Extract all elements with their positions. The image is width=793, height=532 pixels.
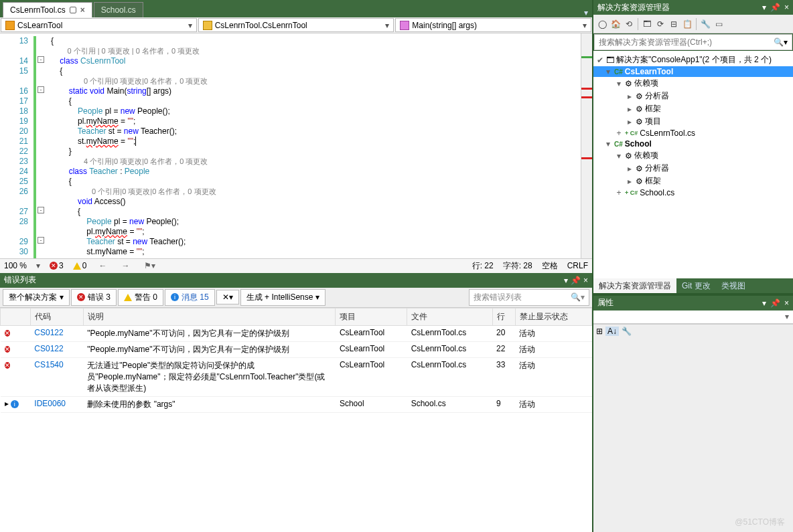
close-icon[interactable]: × [80,5,85,15]
nav-project[interactable]: CsLearnTool▾ [1,18,197,32]
error-row[interactable]: ✕CS1540无法通过"People"类型的限定符访问受保护的成员"People… [1,357,592,396]
tab-label: CsLenrnTool.cs [10,5,66,15]
errorlist-search[interactable]: 搜索错误列表🔍▾ [469,289,589,306]
error-grid[interactable]: 代码说明项目文件行禁止显示状态✕CS0122"People.myName"不可访… [0,308,592,533]
warning-count[interactable]: 0 [73,261,87,270]
vertical-scrollbar[interactable] [581,33,592,258]
search-icon: 🔍▾ [774,37,788,47]
collapse-icon[interactable]: ⊟ [668,18,680,30]
tree-node[interactable]: ▾C#CsLearnTool [593,66,793,77]
zoom-level[interactable]: 100 % [4,261,27,270]
flag-icon[interactable]: ⚑▾ [141,261,158,270]
solution-icon: 🗔 [606,56,614,65]
cursor-line: 行: 22 [472,260,494,272]
dropdown-icon[interactable]: ▾ [762,3,766,12]
panel-tab[interactable]: 解决方案资源管理器 [593,278,676,293]
errorlist-col[interactable]: 项目 [336,308,407,325]
fold-column: ---- [38,33,47,258]
eol-mode[interactable]: CRLF [567,261,588,270]
errorlist-header: 错误列表 ▾📌× [0,273,592,288]
properties-dropdown[interactable]: ▾ [593,311,793,324]
build-filter[interactable]: 生成 + IntelliSense ▾ [240,289,326,306]
error-row[interactable]: ▸ iIDE0060删除未使用的参数 "args"SchoolSchool.cs… [1,396,592,412]
tab-dropdown-icon[interactable]: ▾ [580,8,592,17]
csharp-icon [5,21,15,30]
close-icon[interactable]: × [784,298,789,308]
errorlist-col[interactable]: 禁止显示状态 [515,308,591,325]
pin-icon[interactable]: 📌 [770,298,780,308]
nav-fwd-icon[interactable]: → [119,261,132,270]
tree-node[interactable]: ++ C#CsLenrnTool.cs [593,128,793,139]
tree-node[interactable]: ++ C#School.cs [593,187,793,198]
tab-active[interactable]: CsLenrnTool.cs × [3,2,92,17]
code-editor[interactable]: 13 1415 1617181920212223242526 2728 2930… [0,33,592,258]
errorlist-col[interactable] [1,308,31,325]
properties-icon[interactable]: 🔧 [699,18,711,30]
pin-icon[interactable]: 📌 [571,276,581,285]
properties-panel: ▾ ⊞ A↓ 🔧 [593,311,793,533]
error-row[interactable]: ✕CS0122"People.myName"不可访问，因为它具有一定的保护级别C… [1,325,592,341]
scope-dropdown[interactable]: 整个解决方案 ▾ [3,289,70,306]
nav-dropdowns: CsLearnTool▾ CsLenrnTool.CsLenrnTool▾ Ma… [0,17,592,33]
back-icon[interactable]: ◯ [596,18,608,30]
dropdown-icon[interactable]: ▾ [564,276,568,285]
tab-inactive[interactable]: School.cs [94,2,143,17]
tree-node[interactable]: ▸⚙分析器 [593,162,793,175]
panel-title: 解决方案资源管理器 [597,2,670,13]
tree-node[interactable]: ▾⚙依赖项 [593,149,793,162]
indent-mode[interactable]: 空格 [542,260,558,272]
sort-icon[interactable]: A↓ [605,327,619,336]
preview-icon[interactable]: ▭ [713,18,725,30]
messages-filter[interactable]: i消息 15 [165,289,215,306]
tree-node[interactable]: ▸⚙项目 [593,115,793,128]
nav-back-icon[interactable]: ← [96,261,109,270]
class-icon [203,21,212,30]
search-icon: 🔍▾ [571,292,585,302]
cursor-col: 字符: 28 [503,260,532,272]
nav-method[interactable]: Main(string[] args)▾ [395,18,591,32]
tree-node[interactable]: ▸⚙框架 [593,175,793,187]
solution-root[interactable]: ✔🗔 解决方案"ConsoleApp1"(2 个项目，共 2 个) [593,54,793,66]
file-tabs: CsLenrnTool.cs × School.cs ▾ [0,0,592,17]
tree-node[interactable]: ▾C#School [593,139,793,149]
code-area[interactable]: { 0 个引用 | 0 项更改 | 0 名作者，0 项更改 class CsLe… [47,33,581,258]
solution-explorer-header: 解决方案资源管理器 ▾📌× [593,0,793,15]
error-row[interactable]: ✕CS0122"People.myName"不可访问，因为它具有一定的保护级别C… [1,341,592,357]
dropdown-icon[interactable]: ▾ [762,298,766,308]
categorize-icon[interactable]: ⊞ [596,327,603,336]
line-numbers: 13 1415 1617181920212223242526 2728 2930… [0,33,33,258]
tree-node[interactable]: ▸⚙框架 [593,102,793,115]
pin-icon[interactable]: 📌 [770,3,780,12]
panel-tab[interactable]: Git 更改 [676,278,716,293]
error-count[interactable]: ✕ 3 [50,261,64,270]
close-icon[interactable]: × [784,3,789,12]
errorlist-col[interactable]: 说明 [83,308,336,325]
errorlist-toolbar: 整个解决方案 ▾ ✕错误 3 警告 0 i消息 15 ✕▾ 生成 + Intel… [0,288,592,308]
showall-icon[interactable]: 📋 [681,18,693,30]
sync-icon[interactable]: ⟲ [623,18,635,30]
clear-filter-icon[interactable]: ✕▾ [216,290,239,304]
solution-tree[interactable]: ✔🗔 解决方案"ConsoleApp1"(2 个项目，共 2 个) ▾C#CsL… [593,51,793,278]
warnings-filter[interactable]: 警告 0 [118,289,163,306]
method-icon [400,21,409,30]
errors-filter[interactable]: ✕错误 3 [71,289,117,306]
search-input[interactable] [599,37,774,47]
errorlist-col[interactable]: 代码 [30,308,83,325]
scope-icon[interactable]: 🗔 [641,18,653,30]
tree-node[interactable]: ▸⚙分析器 [593,90,793,102]
tree-node[interactable]: ▾⚙依赖项 [593,77,793,90]
chevron-down-icon: ▾ [583,21,587,30]
wrench-icon[interactable]: 🔧 [622,327,632,336]
tab-label: School.cs [101,5,136,15]
panel-title: 错误列表 [4,274,36,286]
nav-class[interactable]: CsLenrnTool.CsLenrnTool▾ [198,18,394,32]
pin-icon[interactable] [70,7,76,13]
properties-header: 属性 ▾📌× [593,296,793,311]
errorlist-col[interactable]: 行 [492,308,515,325]
close-icon[interactable]: × [583,276,588,285]
solution-search[interactable]: 🔍▾ [594,34,792,50]
home-icon[interactable]: 🏠 [609,18,622,30]
panel-tab[interactable]: 类视图 [716,278,751,293]
refresh-icon[interactable]: ⟳ [654,18,666,30]
errorlist-col[interactable]: 文件 [407,308,492,325]
